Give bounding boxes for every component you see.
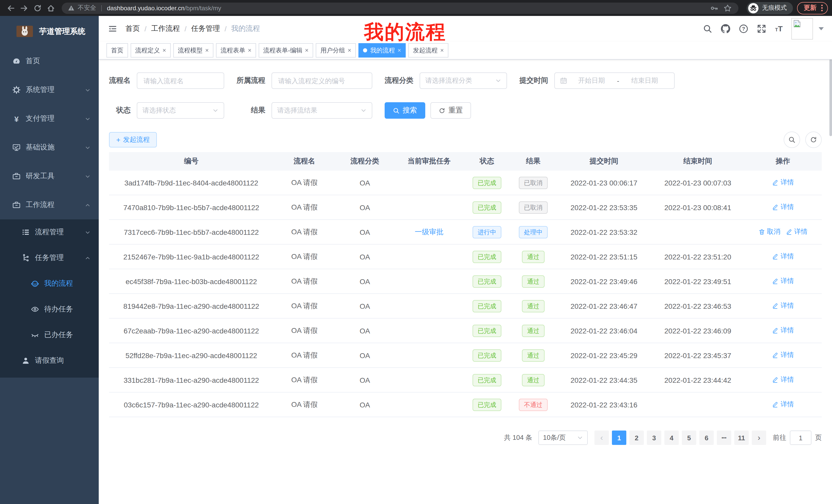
browser-menu-icon[interactable]	[821, 5, 823, 11]
date-start-placeholder[interactable]: 开始日期	[567, 76, 616, 85]
browser-forward-icon[interactable]	[18, 2, 31, 14]
actions-cell[interactable]: 取消详情	[744, 220, 822, 244]
detail-action[interactable]: 详情	[772, 277, 794, 286]
actions-cell[interactable]: 详情	[744, 318, 822, 343]
fullscreen-icon[interactable]	[757, 24, 766, 33]
page-button[interactable]: 5	[682, 430, 696, 445]
col-result: 结果	[510, 152, 556, 171]
date-end-placeholder[interactable]: 结束日期	[620, 76, 669, 85]
avatar-caret-icon[interactable]	[818, 27, 824, 30]
close-icon[interactable]: ×	[205, 47, 209, 54]
sidebar-item-system[interactable]: 系统管理	[0, 76, 99, 104]
sidebar-item-my-process[interactable]: 我的流程	[0, 271, 99, 297]
update-label: 更新	[804, 4, 816, 12]
close-icon[interactable]: ×	[440, 47, 444, 54]
password-key-icon[interactable]	[707, 2, 721, 14]
browser-reload-icon[interactable]	[31, 2, 44, 14]
current-task-link[interactable]: 一级审批	[415, 227, 443, 235]
tab-my-process[interactable]: 我的流程×	[358, 43, 406, 58]
show-search-button[interactable]	[784, 132, 800, 148]
page-button[interactable]: 1	[612, 430, 626, 445]
sidebar-item-todo-tasks[interactable]: 待办任务	[0, 297, 99, 322]
detail-action[interactable]: 详情	[772, 301, 794, 311]
sidebar-item-payment[interactable]: ¥ 支付管理	[0, 104, 99, 133]
result-select[interactable]: 请选择流结果	[271, 102, 372, 119]
detail-action[interactable]: 详情	[772, 203, 794, 212]
page-button[interactable]: 11	[734, 430, 749, 445]
breadcrumb-home[interactable]: 首页	[126, 24, 140, 33]
page-button[interactable]: 4	[665, 430, 679, 445]
page-size-select[interactable]: 10条/页	[538, 430, 588, 445]
category-select[interactable]: 请选择流程分类	[420, 73, 507, 89]
page-button[interactable]: 3	[647, 430, 661, 445]
close-icon[interactable]: ×	[397, 47, 401, 54]
breadcrumb-workflow[interactable]: 工作流程	[151, 24, 180, 33]
detail-action[interactable]: 详情	[772, 178, 794, 187]
help-icon[interactable]	[739, 24, 749, 33]
submit-time-range-picker[interactable]: 开始日期 - 结束日期	[554, 73, 675, 89]
next-page-button[interactable]: ›	[752, 430, 766, 445]
search-button[interactable]: 搜索	[385, 102, 425, 119]
actions-cell[interactable]: 详情	[744, 392, 822, 417]
detail-action[interactable]: 详情	[772, 400, 794, 409]
actions-cell[interactable]: 详情	[744, 343, 822, 368]
sidebar-item-done-tasks[interactable]: 已办任务	[0, 322, 99, 348]
address-bar[interactable]: 不安全 dashboard.yudao.iocoder.cn/bpm/task/…	[62, 2, 738, 13]
owner-process-input[interactable]	[271, 73, 372, 89]
detail-action[interactable]: 详情	[772, 252, 794, 261]
refresh-table-button[interactable]	[805, 132, 822, 148]
tab-process-form[interactable]: 流程表单×	[216, 43, 256, 58]
scrollbar-thumb[interactable]	[829, 59, 832, 136]
sidebar-item-leave-query[interactable]: 请假查询	[0, 348, 99, 373]
tab-process-model[interactable]: 流程模型×	[173, 43, 213, 58]
search-icon[interactable]	[703, 24, 712, 33]
breadcrumb-task-mgmt[interactable]: 任务管理	[191, 24, 220, 33]
actions-cell[interactable]: 详情	[744, 171, 822, 195]
font-size-icon[interactable]: TT	[775, 24, 783, 33]
tab-process-form-edit[interactable]: 流程表单-编辑×	[259, 43, 313, 58]
close-icon[interactable]: ×	[347, 47, 351, 54]
github-icon[interactable]	[721, 24, 730, 33]
detail-action[interactable]: 详情	[772, 351, 794, 360]
page-button[interactable]: 6	[699, 430, 714, 445]
tab-home[interactable]: 首页	[106, 43, 128, 58]
avatar[interactable]	[791, 18, 813, 39]
detail-action[interactable]: 详情	[772, 326, 794, 335]
actions-cell[interactable]: 详情	[744, 368, 822, 392]
cancel-action[interactable]: 取消	[758, 227, 780, 236]
browser-home-icon[interactable]	[44, 2, 58, 14]
close-icon[interactable]: ×	[162, 47, 166, 54]
sidebar-item-workflow[interactable]: 工作流程	[0, 191, 99, 219]
status-select[interactable]: 请选择状态	[137, 102, 224, 119]
sidebar-item-process-mgmt[interactable]: 流程管理	[0, 219, 99, 245]
bookmark-star-icon[interactable]	[721, 2, 734, 14]
browser-update-button[interactable]: 更新	[797, 2, 828, 14]
prev-page-button[interactable]: ‹	[594, 430, 609, 445]
start-process-button[interactable]: + 发起流程	[109, 132, 157, 147]
workflow-submenu: 流程管理 任务管理 我的流程 待办任务	[0, 219, 99, 377]
sidebar-item-home[interactable]: 首页	[0, 47, 99, 76]
table-row: 7470a810-7b9b-11ec-b5b7-acde48001122OA 请…	[109, 195, 822, 220]
tab-user-group[interactable]: 用户分组×	[316, 43, 356, 58]
actions-cell[interactable]: 详情	[744, 269, 822, 293]
actions-cell[interactable]: 详情	[744, 293, 822, 318]
tab-start-process[interactable]: 发起流程×	[408, 43, 448, 58]
logo-row[interactable]: 芋道管理系统	[0, 16, 99, 47]
reset-button[interactable]: 重置	[431, 102, 471, 119]
sidebar-item-devtools[interactable]: 研发工具	[0, 162, 99, 191]
actions-cell[interactable]: 详情	[744, 244, 822, 269]
close-icon[interactable]: ×	[305, 47, 309, 54]
detail-action[interactable]: 详情	[772, 375, 794, 385]
hamburger-icon[interactable]	[108, 24, 117, 33]
detail-action[interactable]: 详情	[785, 227, 808, 236]
page-button[interactable]: 2	[629, 430, 644, 445]
browser-back-icon[interactable]	[4, 2, 18, 14]
sidebar-item-infra[interactable]: 基础设施	[0, 133, 99, 162]
more-pages-button[interactable]: •••	[717, 430, 731, 445]
goto-page-input[interactable]	[790, 430, 811, 445]
actions-cell[interactable]: 详情	[744, 195, 822, 220]
tab-process-definition[interactable]: 流程定义×	[131, 43, 171, 58]
process-name-input[interactable]	[137, 73, 224, 89]
sidebar-item-task-mgmt[interactable]: 任务管理	[0, 245, 99, 271]
close-icon[interactable]: ×	[248, 47, 252, 54]
